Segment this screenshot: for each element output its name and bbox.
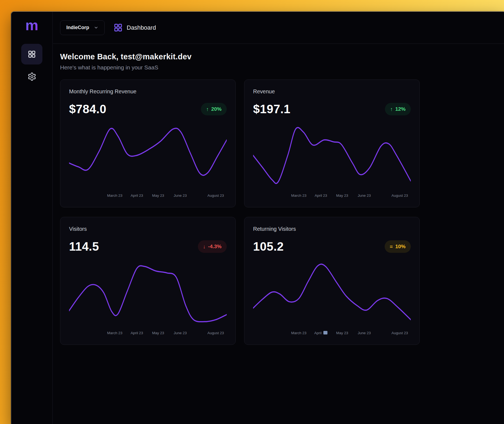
trend-value: 12% <box>395 106 406 112</box>
makerkit-logo: m <box>25 18 38 32</box>
card-title: Returning Visitors <box>253 226 411 232</box>
trend-badge: ↓ -4.3% <box>198 240 227 253</box>
x-axis-labels: March 23April 23May 23June 23August 23 <box>69 331 227 336</box>
metric-card-visitors: Visitors 114.5 ↓ -4.3% March 23April 23M… <box>60 217 236 345</box>
metrics-grid: Monthly Recurring Revenue $784.0 ↑ 20% M… <box>60 79 499 345</box>
x-axis-label: August 23 <box>207 193 224 198</box>
x-axis-label: May 23 <box>152 193 164 198</box>
x-axis-label: June 23 <box>358 331 371 335</box>
value-row: 105.2 = 10% <box>253 240 411 253</box>
page-title: Dashboard <box>127 24 156 31</box>
chart-line-series <box>69 266 227 322</box>
x-axis-label: April 23 <box>131 193 143 198</box>
x-axis-label: May 23 <box>336 193 348 198</box>
metric-card-mrr: Monthly Recurring Revenue $784.0 ↑ 20% M… <box>60 79 236 207</box>
line-chart <box>69 122 227 191</box>
equals-icon: = <box>390 244 393 249</box>
chart-line-series <box>253 264 411 320</box>
value-row: $197.1 ↑ 12% <box>253 102 411 116</box>
card-value: $784.0 <box>69 102 107 116</box>
welcome-heading: Welcome Back, test@makerkit.dev <box>60 52 499 61</box>
trend-value: 10% <box>395 244 406 250</box>
workspace-name: IndieCorp <box>66 25 89 30</box>
line-chart <box>253 259 411 329</box>
dashboard-grid-icon <box>114 23 123 32</box>
trend-value: -4.3% <box>208 244 222 250</box>
x-axis-label: May 23 <box>336 331 348 335</box>
main-content: Welcome Back, test@makerkit.dev Here's w… <box>53 44 504 424</box>
card-title: Revenue <box>253 88 411 95</box>
value-row: 114.5 ↓ -4.3% <box>69 240 227 253</box>
value-row: $784.0 ↑ 20% <box>69 102 227 116</box>
gear-icon <box>27 72 36 81</box>
dashboard-grid-icon <box>28 50 36 58</box>
chart-line-series <box>253 128 411 184</box>
trend-value: 20% <box>211 106 222 112</box>
x-axis-label: March 23 <box>107 193 122 198</box>
metric-card-revenue: Revenue $197.1 ↑ 12% March 23April 23May… <box>244 79 420 207</box>
top-bar: IndieCorp Dashboard <box>53 12 504 44</box>
trend-badge: ↑ 12% <box>385 103 411 115</box>
selection-marker <box>323 331 328 334</box>
sidebar-item-dashboard[interactable] <box>21 44 42 64</box>
card-title: Visitors <box>69 226 227 232</box>
card-value: 114.5 <box>69 240 99 253</box>
welcome-subtitle: Here's what is happening in your SaaS <box>60 64 499 71</box>
x-axis-labels: March 23April 23May 23June 23August 23 <box>253 193 411 198</box>
x-axis-label: August 23 <box>207 331 224 335</box>
workspace-selector-button[interactable]: IndieCorp <box>60 20 105 35</box>
x-axis-label: March 23 <box>291 193 306 198</box>
x-axis-label: August 23 <box>391 331 408 335</box>
arrow-down-icon: ↓ <box>203 244 206 249</box>
app-window: m IndieCorp <box>11 11 504 424</box>
card-title: Monthly Recurring Revenue <box>69 88 227 95</box>
x-axis-label: March 23 <box>291 331 306 335</box>
arrow-up-icon: ↑ <box>206 107 209 112</box>
x-axis-label: May 23 <box>152 331 164 335</box>
trend-badge: = 10% <box>385 240 411 253</box>
x-axis-label: April <box>314 331 328 335</box>
x-axis-label: June 23 <box>174 331 187 335</box>
card-value: $197.1 <box>253 102 291 116</box>
x-axis-label: March 23 <box>107 331 122 335</box>
x-axis-label: August 23 <box>391 193 408 198</box>
line-chart <box>253 122 411 191</box>
chevron-down-icon <box>94 25 98 30</box>
card-value: 105.2 <box>253 240 284 253</box>
chart-line-series <box>69 128 227 175</box>
x-axis-label: June 23 <box>174 193 187 198</box>
x-axis-label: April 23 <box>131 331 143 335</box>
sidebar-item-settings[interactable] <box>27 72 36 81</box>
breadcrumb: Dashboard <box>114 23 156 32</box>
line-chart <box>69 259 227 329</box>
arrow-up-icon: ↑ <box>390 107 393 112</box>
sidebar: m <box>11 12 53 424</box>
x-axis-labels: March 23April 23May 23June 23August 23 <box>69 193 227 198</box>
trend-badge: ↑ 20% <box>201 103 227 115</box>
x-axis-label: April 23 <box>315 193 327 198</box>
x-axis-labels: March 23AprilMay 23June 23August 23 <box>253 331 411 336</box>
x-axis-label: June 23 <box>358 193 371 198</box>
metric-card-returning-visitors: Returning Visitors 105.2 = 10% March 23A… <box>244 217 420 345</box>
